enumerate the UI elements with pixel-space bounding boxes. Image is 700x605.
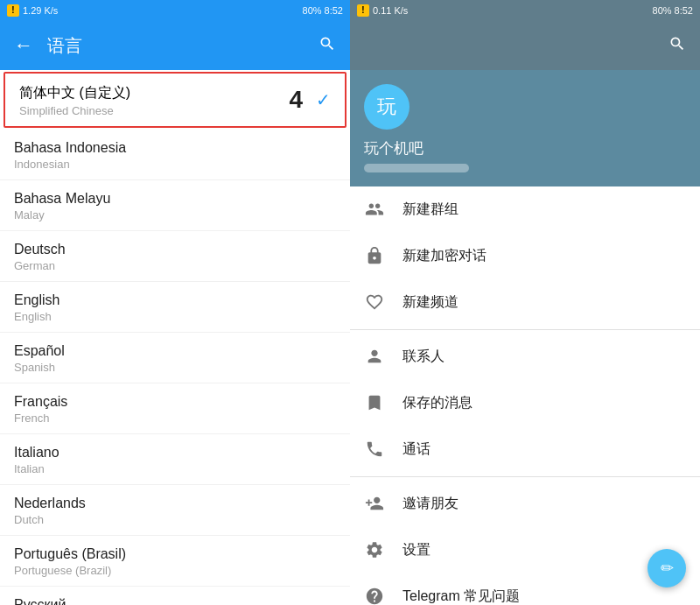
menu-item-secret-chat[interactable]: 新建加密对话 bbox=[350, 233, 700, 279]
language-item-selected[interactable]: 简体中文 (自定义) Simplified Chinese 4 ✓ bbox=[4, 72, 346, 128]
menu-item-invite[interactable]: 邀请朋友 bbox=[350, 481, 700, 527]
settings-icon bbox=[364, 539, 385, 560]
lang-name: English bbox=[14, 292, 336, 308]
language-item-nederlands[interactable]: Nederlands Dutch bbox=[0, 485, 350, 536]
compose-fab[interactable]: ✏ bbox=[648, 549, 686, 587]
lang-name: Português (Brasil) bbox=[14, 546, 336, 562]
right-time: 8:52 bbox=[675, 5, 693, 16]
contact-icon bbox=[364, 346, 385, 367]
lang-name: Русский bbox=[14, 597, 336, 605]
lang-name: Español bbox=[14, 343, 336, 359]
left-status-left: ! 1.29 K/s bbox=[7, 4, 58, 17]
menu-label: Telegram 常见问题 bbox=[402, 587, 520, 606]
right-alert-icon: ! bbox=[357, 4, 369, 17]
language-item-francais[interactable]: Français French bbox=[0, 383, 350, 434]
right-search-button[interactable] bbox=[668, 35, 686, 56]
back-button[interactable]: ← bbox=[14, 34, 33, 57]
menu-item-contacts[interactable]: 联系人 bbox=[350, 334, 700, 380]
lang-name: Français bbox=[14, 394, 336, 410]
phone-icon bbox=[364, 439, 385, 460]
bookmark-icon bbox=[364, 392, 385, 413]
lang-sub: French bbox=[14, 412, 336, 425]
telegram-menu-panel: ! 0.11 K/s 80% 8:52 玩 玩个机吧 新建群组 bbox=[350, 0, 700, 605]
language-item-russian[interactable]: Русский Russian bbox=[0, 587, 350, 605]
language-item-bahasa-melayu[interactable]: Bahasa Melayu Malay bbox=[0, 180, 350, 231]
lang-sub: Portuguese (Brazil) bbox=[14, 564, 336, 577]
menu-item-new-group[interactable]: 新建群组 bbox=[350, 186, 700, 233]
alert-icon: ! bbox=[7, 4, 19, 17]
lang-sub-simplified-chinese: Simplified Chinese bbox=[19, 104, 331, 117]
adduser-icon bbox=[364, 493, 385, 514]
menu-label: 联系人 bbox=[402, 348, 444, 366]
menu-label: 通话 bbox=[402, 440, 430, 459]
language-item-espanol[interactable]: Español Spanish bbox=[0, 333, 350, 383]
right-status-left: ! 0.11 K/s bbox=[357, 4, 408, 17]
language-item-deutsch[interactable]: Deutsch German bbox=[0, 231, 350, 282]
compose-icon: ✏ bbox=[661, 559, 674, 578]
user-header: 玩 玩个机吧 bbox=[350, 70, 700, 186]
language-item-bahasa-indonesia[interactable]: Bahasa Indonesia Indonesian bbox=[0, 130, 350, 180]
left-status-right: 80% 8:52 bbox=[303, 5, 343, 16]
lang-sub: Malay bbox=[14, 208, 336, 222]
menu-label: 新建群组 bbox=[402, 200, 458, 219]
menu-divider-1 bbox=[350, 329, 700, 330]
left-speed: 1.29 K/s bbox=[23, 5, 58, 16]
badge-number: 4 bbox=[289, 86, 303, 114]
lang-sub: Italian bbox=[14, 462, 336, 475]
search-button[interactable] bbox=[318, 35, 336, 57]
language-item-english[interactable]: English English bbox=[0, 282, 350, 333]
user-sub-info bbox=[364, 164, 686, 172]
lang-sub: Indonesian bbox=[14, 158, 336, 171]
left-time: 8:52 bbox=[325, 5, 343, 16]
lang-sub: Spanish bbox=[14, 361, 336, 374]
language-item-italiano[interactable]: Italiano Italian bbox=[0, 434, 350, 485]
right-speed: 0.11 K/s bbox=[373, 5, 408, 16]
menu-item-calls[interactable]: 通话 bbox=[350, 426, 700, 473]
language-toolbar: ← 语言 bbox=[0, 21, 350, 70]
menu-label: 邀请朋友 bbox=[402, 495, 458, 513]
right-status-right: 80% 8:52 bbox=[653, 5, 693, 16]
channel-icon bbox=[364, 292, 385, 313]
menu-label: 保存的消息 bbox=[402, 394, 472, 412]
menu-item-saved-messages[interactable]: 保存的消息 bbox=[350, 380, 700, 426]
menu-item-help[interactable]: Telegram 常见问题 bbox=[350, 573, 700, 605]
lang-sub: Dutch bbox=[14, 513, 336, 526]
menu-label: 新建加密对话 bbox=[402, 247, 486, 265]
lang-name-simplified-chinese: 简体中文 (自定义) bbox=[19, 84, 331, 102]
group-icon bbox=[364, 199, 385, 220]
lang-sub: German bbox=[14, 259, 336, 272]
user-avatar: 玩 bbox=[364, 84, 410, 130]
user-sub-line-1 bbox=[364, 164, 469, 172]
menu-divider-2 bbox=[350, 476, 700, 477]
lang-name: Italiano bbox=[14, 445, 336, 461]
lang-name: Bahasa Melayu bbox=[14, 191, 336, 207]
right-status-bar: ! 0.11 K/s 80% 8:52 bbox=[350, 0, 700, 21]
left-status-bar: ! 1.29 K/s 80% 8:52 bbox=[0, 0, 350, 21]
lang-sub: English bbox=[14, 310, 336, 323]
toolbar-title: 语言 bbox=[47, 34, 304, 58]
right-toolbar bbox=[350, 21, 700, 70]
menu-item-new-channel[interactable]: 新建频道 bbox=[350, 279, 700, 326]
language-list: 简体中文 (自定义) Simplified Chinese 4 ✓ Bahasa… bbox=[0, 70, 350, 605]
checkmark-icon: ✓ bbox=[316, 89, 331, 110]
menu-label: 设置 bbox=[402, 541, 430, 559]
right-battery: 80% bbox=[653, 5, 672, 16]
language-settings-panel: ! 1.29 K/s 80% 8:52 ← 语言 简体中文 (自定义) Simp… bbox=[0, 0, 350, 605]
lang-name: Nederlands bbox=[14, 496, 336, 511]
menu-label: 新建频道 bbox=[402, 293, 458, 312]
help-icon bbox=[364, 586, 385, 605]
user-name: 玩个机吧 bbox=[364, 138, 686, 158]
left-battery: 80% bbox=[303, 5, 322, 16]
lock-icon bbox=[364, 245, 385, 266]
language-item-portugues[interactable]: Português (Brasil) Portuguese (Brazil) bbox=[0, 536, 350, 587]
lang-name: Bahasa Indonesia bbox=[14, 140, 336, 156]
lang-name: Deutsch bbox=[14, 242, 336, 257]
menu-list: 新建群组 新建加密对话 新建频道 联系人 保存的消息 bbox=[350, 186, 700, 605]
